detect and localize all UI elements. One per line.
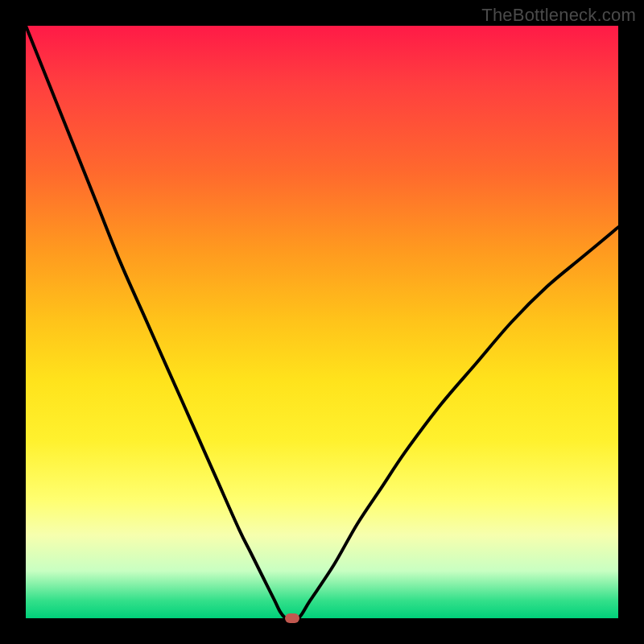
bottleneck-curve [26,26,618,618]
plot-area [26,26,618,618]
optimum-marker [285,613,299,623]
chart-frame: TheBottleneck.com [0,0,644,644]
watermark-text: TheBottleneck.com [481,5,636,26]
curve-path [26,26,618,618]
